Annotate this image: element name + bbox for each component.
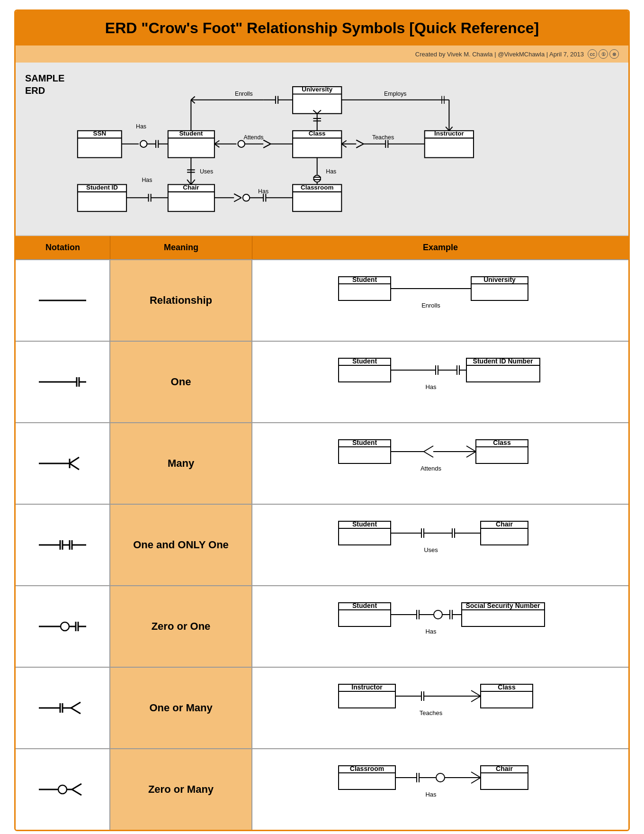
symbol-zero-many (16, 749, 110, 830)
svg-line-64 (356, 144, 363, 148)
example-relationship: Student University Enrolls (252, 260, 628, 341)
svg-line-136 (424, 446, 433, 452)
symbol-one-many (16, 668, 110, 748)
svg-line-191 (71, 708, 80, 714)
erd-label: SAMPLEERD (25, 72, 64, 97)
svg-text:Attends: Attends (420, 465, 442, 472)
svg-text:Uses: Uses (424, 546, 438, 553)
meaning-one-only: One and ONLY One (110, 505, 252, 585)
svg-line-80 (234, 198, 241, 201)
svg-text:Student: Student (179, 130, 203, 137)
svg-text:Student ID Number: Student ID Number (473, 357, 533, 365)
svg-text:Student: Student (352, 602, 377, 609)
svg-text:Uses: Uses (200, 168, 213, 175)
header-example: Example (252, 236, 628, 259)
svg-line-128 (70, 463, 79, 470)
svg-line-223 (471, 772, 481, 778)
svg-text:Teaches: Teaches (372, 134, 394, 141)
symbol-relationship (16, 260, 110, 341)
svg-text:Class: Class (493, 439, 511, 446)
svg-text:Student: Student (352, 276, 377, 283)
erd-diagram: SSN Student ID Student Chair University … (25, 72, 619, 224)
header-notation: Notation (16, 236, 110, 259)
symbol-zero-one (16, 586, 110, 667)
svg-point-207 (58, 785, 67, 794)
svg-text:Classroom: Classroom (301, 184, 333, 191)
svg-line-69 (341, 141, 346, 144)
svg-line-43 (191, 100, 195, 103)
meaning-one-many: One or Many (110, 668, 252, 748)
example-one-only: Student Chair Uses (252, 505, 628, 585)
svg-line-60 (215, 144, 219, 147)
by-icon: ① (599, 49, 608, 59)
svg-text:Social Security Number: Social Security Number (465, 602, 540, 609)
row-zero-one: Zero or One Student Social Security Numb… (16, 586, 628, 668)
symbol-one (16, 342, 110, 422)
svg-line-139 (466, 446, 476, 452)
svg-text:Chair: Chair (496, 520, 513, 528)
main-container: ERD "Crow's Foot" Relationship Symbols [… (14, 9, 630, 831)
svg-text:Student: Student (352, 520, 377, 528)
row-relationship: Relationship Student University Enrolls (16, 260, 628, 342)
svg-line-127 (70, 457, 79, 463)
meaning-relationship: Relationship (110, 260, 252, 341)
svg-text:Enrolls: Enrolls (421, 302, 440, 309)
svg-text:Employs: Employs (384, 91, 406, 97)
svg-line-190 (71, 702, 80, 708)
example-many: Student Class Attends (252, 423, 628, 504)
svg-line-224 (471, 778, 481, 783)
row-one-many: One or Many Instructor Class Teaches (16, 668, 628, 749)
nc-icon: ⊗ (609, 49, 619, 59)
example-zero-one: Student Social Security Number Has (252, 586, 628, 667)
svg-point-180 (434, 610, 442, 619)
svg-text:Instructor: Instructor (351, 683, 383, 691)
svg-text:Has: Has (425, 383, 437, 390)
svg-text:SSN: SSN (93, 130, 107, 137)
svg-line-137 (424, 452, 433, 457)
svg-line-42 (191, 97, 195, 100)
example-one-many: Instructor Class Teaches (252, 668, 628, 748)
svg-text:Enrolls: Enrolls (235, 91, 253, 97)
svg-text:Has: Has (142, 177, 152, 183)
example-zero-many: Classroom Chair Has (252, 749, 628, 830)
row-many: Many Student Class Attends (16, 423, 628, 505)
svg-line-202 (471, 690, 481, 696)
svg-point-81 (243, 194, 250, 201)
svg-text:Has: Has (425, 791, 437, 798)
svg-text:Student ID: Student ID (86, 184, 118, 191)
svg-line-63 (356, 140, 363, 144)
row-one: One Student Student ID Number Has (16, 342, 628, 423)
svg-line-57 (263, 144, 270, 148)
cc-icons: cc ① ⊗ (588, 49, 619, 59)
page-title: ERD "Crow's Foot" Relationship Symbols [… (25, 19, 619, 37)
subtitle-text: Created by Vivek M. Chawla | @VivekMChaw… (415, 51, 584, 58)
svg-text:Instructor: Instructor (434, 130, 464, 137)
svg-point-88 (313, 175, 320, 182)
svg-text:University: University (302, 86, 332, 93)
meaning-one: One (110, 342, 252, 422)
svg-line-56 (263, 140, 270, 144)
svg-line-209 (72, 784, 81, 789)
svg-line-140 (466, 452, 476, 457)
svg-text:Classroom: Classroom (350, 765, 384, 772)
svg-line-79 (234, 194, 241, 198)
svg-line-70 (341, 144, 346, 147)
subtitle-bar: Created by Vivek M. Chawla | @VivekMChaw… (16, 45, 628, 63)
svg-point-25 (140, 141, 147, 147)
svg-text:Chair: Chair (496, 765, 513, 772)
erd-section: SAMPLEERD SSN Student ID Student Chair U… (16, 63, 628, 236)
row-zero-many: Zero or Many Classroom Chair Has (16, 749, 628, 830)
svg-text:Class: Class (309, 130, 326, 137)
meaning-zero-one: Zero or One (110, 586, 252, 667)
meaning-zero-many: Zero or Many (110, 749, 252, 830)
svg-line-210 (72, 789, 81, 795)
svg-text:Teaches: Teaches (420, 709, 443, 716)
svg-text:Has: Has (425, 628, 437, 635)
cc-icon: cc (588, 49, 597, 59)
symbol-one-only (16, 505, 110, 585)
svg-text:Chair: Chair (183, 184, 199, 191)
svg-text:Student: Student (352, 357, 377, 365)
header-meaning: Meaning (110, 236, 252, 259)
svg-text:Has: Has (258, 188, 268, 195)
title-bar: ERD "Crow's Foot" Relationship Symbols [… (16, 11, 628, 45)
